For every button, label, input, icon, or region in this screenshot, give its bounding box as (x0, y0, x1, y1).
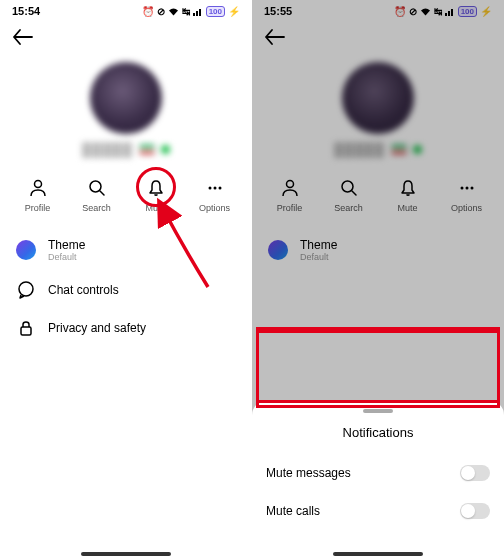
back-button[interactable] (12, 28, 34, 46)
signal-icon (193, 7, 203, 16)
svg-point-11 (460, 187, 463, 190)
svg-point-6 (19, 282, 33, 296)
chat-controls-item[interactable]: Chat controls (0, 271, 252, 309)
battery-icon: 100 (458, 6, 477, 17)
wifi-icon (168, 7, 179, 16)
avatar[interactable] (90, 62, 162, 134)
status-time: 15:55 (264, 5, 292, 17)
username: █████ (82, 142, 133, 157)
options-action[interactable]: Options (190, 177, 240, 213)
mute-messages-row[interactable]: Mute messages (252, 454, 504, 492)
screen-settings: 15:54 ⏰ ⊘ ↹ 100 ⚡ █████ (0, 0, 252, 560)
highlight-box-annotation (256, 330, 500, 408)
person-icon (27, 177, 49, 199)
more-icon (456, 177, 478, 199)
mute-calls-row[interactable]: Mute calls (252, 492, 504, 530)
svg-point-13 (470, 187, 473, 190)
signal-icon (445, 7, 455, 16)
status-bar: 15:54 ⏰ ⊘ ↹ 100 ⚡ (0, 0, 252, 22)
charging-icon: ⚡ (480, 6, 492, 17)
dnd-icon: ⊘ (157, 6, 165, 17)
theme-icon (268, 240, 288, 260)
notifications-sheet: Notifications Mute messages Mute calls (252, 401, 504, 560)
privacy-item[interactable]: Privacy and safety (0, 309, 252, 347)
dnd-icon: ⊘ (409, 6, 417, 17)
chat-icon (16, 280, 36, 300)
status-time: 15:54 (12, 5, 40, 17)
search-action: Search (324, 177, 374, 213)
status-right: ⏰ ⊘ ↹ 100 ⚡ (142, 6, 240, 17)
online-status-icon (413, 145, 422, 154)
profile-action: Profile (265, 177, 315, 213)
action-row: Profile Search Mute Options (252, 167, 504, 227)
options-action: Options (442, 177, 492, 213)
nfc-icon: ↹ (182, 6, 190, 17)
bell-icon (397, 177, 419, 199)
battery-icon: 100 (206, 6, 225, 17)
home-indicator[interactable] (81, 552, 171, 556)
svg-rect-7 (21, 327, 31, 335)
flag-icon (139, 144, 155, 155)
highlight-circle-annotation (136, 167, 176, 207)
charging-icon: ⚡ (228, 6, 240, 17)
status-bar: 15:55 ⏰ ⊘ ↹ 100 ⚡ (252, 0, 504, 22)
mute-calls-toggle[interactable] (460, 503, 490, 519)
lock-icon (16, 318, 36, 338)
svg-point-4 (213, 187, 216, 190)
avatar (342, 62, 414, 134)
flag-icon (391, 144, 407, 155)
search-icon (86, 177, 108, 199)
profile-section: █████ (0, 56, 252, 167)
mute-calls-label: Mute calls (266, 504, 320, 518)
home-indicator[interactable] (333, 552, 423, 556)
svg-point-5 (218, 187, 221, 190)
online-status-icon (161, 145, 170, 154)
svg-line-10 (352, 191, 356, 195)
nfc-icon: ↹ (434, 6, 442, 17)
more-icon (204, 177, 226, 199)
svg-point-8 (286, 181, 293, 188)
settings-list: Theme Default (252, 227, 504, 273)
alarm-icon: ⏰ (142, 6, 154, 17)
alarm-icon: ⏰ (394, 6, 406, 17)
status-right: ⏰ ⊘ ↹ 100 ⚡ (394, 6, 492, 17)
person-icon (279, 177, 301, 199)
username: █████ (334, 142, 385, 157)
action-row: Profile Search Mute Options (0, 167, 252, 227)
mute-action: Mute (383, 177, 433, 213)
search-action[interactable]: Search (72, 177, 122, 213)
svg-point-12 (465, 187, 468, 190)
svg-point-0 (34, 181, 41, 188)
theme-item: Theme Default (252, 229, 504, 271)
mute-action[interactable]: Mute (131, 177, 181, 213)
svg-point-1 (90, 181, 101, 192)
mute-messages-toggle[interactable] (460, 465, 490, 481)
back-button[interactable] (264, 28, 286, 46)
sheet-handle[interactable] (363, 409, 393, 413)
profile-section: █████ (252, 56, 504, 167)
svg-line-2 (100, 191, 104, 195)
svg-point-9 (342, 181, 353, 192)
search-icon (338, 177, 360, 199)
wifi-icon (420, 7, 431, 16)
mute-messages-label: Mute messages (266, 466, 351, 480)
theme-item[interactable]: Theme Default (0, 229, 252, 271)
settings-list: Theme Default Chat controls Privacy and … (0, 227, 252, 349)
svg-point-3 (208, 187, 211, 190)
theme-icon (16, 240, 36, 260)
screen-notifications-sheet: 15:55 ⏰ ⊘ ↹ 100 ⚡ █████ (252, 0, 504, 560)
sheet-title: Notifications (252, 425, 504, 440)
profile-action[interactable]: Profile (13, 177, 63, 213)
